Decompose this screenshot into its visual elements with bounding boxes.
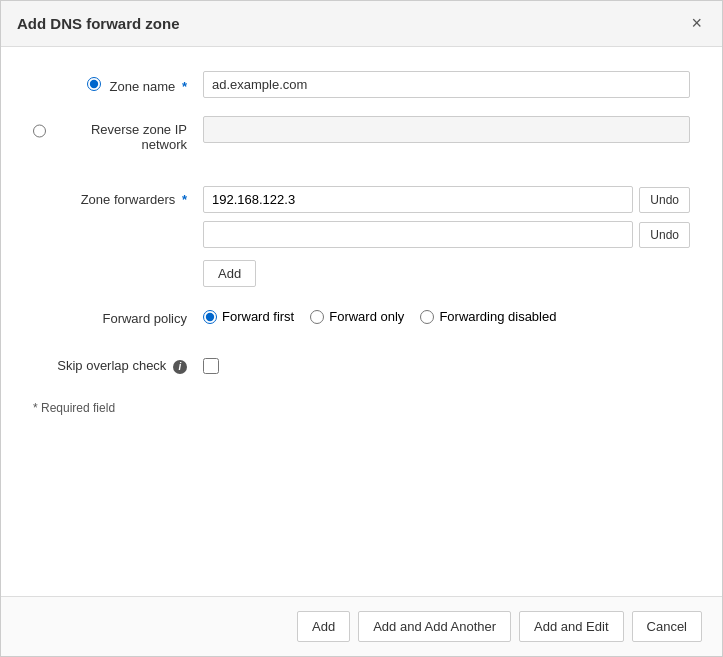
- policy-forward-first[interactable]: Forward first: [203, 309, 294, 324]
- reverse-zone-control: [203, 116, 690, 143]
- close-button[interactable]: ×: [687, 13, 706, 34]
- add-dns-forward-zone-dialog: Add DNS forward zone × Zone name * R: [0, 0, 723, 657]
- undo-button-2[interactable]: Undo: [639, 222, 690, 248]
- reverse-zone-input[interactable]: [203, 116, 690, 143]
- forward-policy-row: Forward policy Forward first Forward onl…: [33, 305, 690, 326]
- info-icon[interactable]: i: [173, 360, 187, 374]
- add-forwarder-button[interactable]: Add: [203, 260, 256, 287]
- cancel-button[interactable]: Cancel: [632, 611, 702, 642]
- add-and-edit-button[interactable]: Add and Edit: [519, 611, 623, 642]
- zone-forwarders-control: Undo Undo Add: [203, 186, 690, 287]
- dialog-header: Add DNS forward zone ×: [1, 1, 722, 47]
- zone-name-label: Zone name *: [33, 71, 203, 94]
- forward-policy-label: Forward policy: [33, 305, 203, 326]
- policy-forward-first-radio[interactable]: [203, 310, 217, 324]
- skip-overlap-control: [203, 354, 690, 377]
- forwarder-input-1[interactable]: [203, 186, 633, 213]
- dialog-body: Zone name * Reverse zone IP network: [1, 47, 722, 596]
- zone-name-input[interactable]: [203, 71, 690, 98]
- dialog-title: Add DNS forward zone: [17, 15, 180, 32]
- zone-name-radio[interactable]: [87, 77, 101, 91]
- policy-options: Forward first Forward only Forwarding di…: [203, 305, 690, 324]
- undo-button-1[interactable]: Undo: [639, 187, 690, 213]
- policy-forward-only[interactable]: Forward only: [310, 309, 404, 324]
- zone-forwarders-label: Zone forwarders *: [33, 186, 203, 207]
- required-note: * Required field: [33, 401, 690, 415]
- forwarder-input-2[interactable]: [203, 221, 633, 248]
- add-and-add-another-button[interactable]: Add and Add Another: [358, 611, 511, 642]
- reverse-zone-label: Reverse zone IP network: [33, 116, 203, 152]
- forwarder-row-2: Undo: [203, 221, 690, 248]
- zone-forwarders-row: Zone forwarders * Undo Undo Add: [33, 186, 690, 287]
- forward-policy-control: Forward first Forward only Forwarding di…: [203, 305, 690, 324]
- reverse-zone-row: Reverse zone IP network: [33, 116, 690, 152]
- zone-name-row: Zone name *: [33, 71, 690, 98]
- dialog-footer: Add Add and Add Another Add and Edit Can…: [1, 596, 722, 656]
- skip-overlap-row: Skip overlap check i: [33, 354, 690, 377]
- zone-name-control: [203, 71, 690, 98]
- forwarder-row-1: Undo: [203, 186, 690, 213]
- skip-overlap-checkbox[interactable]: [203, 358, 219, 374]
- add-button[interactable]: Add: [297, 611, 350, 642]
- policy-forwarding-disabled-radio[interactable]: [420, 310, 434, 324]
- policy-forward-only-radio[interactable]: [310, 310, 324, 324]
- reverse-zone-radio[interactable]: [33, 124, 46, 138]
- skip-overlap-label: Skip overlap check i: [33, 354, 203, 374]
- policy-forwarding-disabled[interactable]: Forwarding disabled: [420, 309, 556, 324]
